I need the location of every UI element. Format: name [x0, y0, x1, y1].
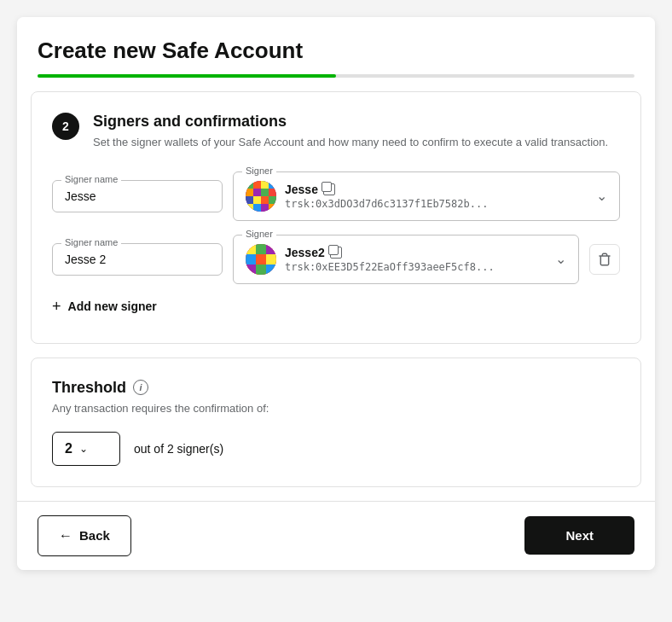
threshold-title: Threshold — [52, 379, 126, 397]
svg-rect-10 — [253, 196, 261, 204]
signers-list: Signer name Jesse Signer — [52, 171, 620, 284]
threshold-suffix: out of 2 signer(s) — [134, 442, 223, 456]
signer-name-input-2[interactable]: Signer name Jesse 2 — [52, 243, 223, 276]
svg-rect-12 — [269, 196, 276, 204]
svg-rect-14 — [253, 204, 261, 212]
svg-rect-11 — [261, 196, 269, 204]
svg-rect-4 — [269, 181, 276, 189]
add-signer-button[interactable]: + Add new signer — [52, 291, 157, 323]
signer-address-2: trsk:0xEE3D5f22EaOff393aeeF5cf8... — [285, 261, 547, 273]
svg-rect-21 — [246, 254, 256, 264]
threshold-select[interactable]: 2 ⌄ — [52, 432, 120, 466]
svg-rect-15 — [261, 204, 269, 212]
section-subtitle: Set the signer wallets of your Safe Acco… — [93, 134, 608, 151]
progress-bar-container — [38, 74, 634, 78]
svg-rect-2 — [253, 181, 261, 189]
svg-rect-6 — [253, 189, 261, 196]
threshold-description: Any transaction requires the confirmatio… — [52, 402, 620, 415]
footer-actions: ← Back Next — [17, 501, 655, 570]
svg-rect-20 — [266, 244, 276, 254]
back-arrow-icon: ← — [59, 528, 72, 544]
svg-rect-24 — [246, 264, 256, 275]
back-button[interactable]: ← Back — [38, 515, 131, 556]
page-header: Create new Safe Account — [17, 17, 655, 78]
section-title: Signers and confirmations — [93, 113, 608, 131]
svg-rect-5 — [246, 189, 253, 196]
add-signer-label: Add new signer — [68, 299, 157, 313]
delete-signer-button[interactable] — [589, 244, 620, 275]
svg-rect-23 — [266, 254, 276, 264]
signer-name-display-1: Jesse — [285, 183, 588, 196]
svg-rect-19 — [256, 244, 266, 254]
signer-dropdown-1[interactable]: Signer — [233, 171, 620, 221]
progress-bar-fill — [38, 74, 336, 78]
copy-icon-2[interactable] — [330, 247, 342, 259]
signer-row: Signer name Jesse Signer — [52, 171, 620, 221]
svg-rect-7 — [261, 189, 269, 196]
signers-card: 2 Signers and confirmations Set the sign… — [31, 91, 641, 344]
signer-name-label-2: Signer name — [61, 237, 121, 247]
signer-name-value-1: Jesse — [65, 189, 96, 203]
signer-name-input-1[interactable]: Signer name Jesse — [52, 180, 223, 212]
svg-rect-9 — [246, 196, 253, 204]
next-button[interactable]: Next — [524, 516, 634, 555]
signer-info-2: Jesse2 trsk:0xEE3D5f22EaOff393aeeF5cf8..… — [285, 246, 547, 273]
signer-name-value-2: Jesse 2 — [65, 253, 106, 266]
avatar-jesse2 — [246, 244, 276, 275]
page-container: Create new Safe Account 2 Signers and co… — [17, 17, 655, 570]
info-icon[interactable]: i — [133, 380, 148, 395]
signer-dropdown-2[interactable]: Signer — [233, 235, 579, 284]
signer-name-label-1: Signer name — [61, 174, 121, 184]
signer-address-1: trsk:0x3dDO3d7d6c3137f1Eb7582b... — [285, 198, 588, 210]
copy-icon-1[interactable] — [323, 183, 335, 195]
svg-rect-13 — [246, 204, 253, 212]
svg-rect-16 — [269, 204, 276, 212]
threshold-chevron-icon: ⌄ — [79, 443, 88, 455]
signer-display-name-1: Jesse — [285, 183, 318, 196]
signer-name-field-1: Signer name Jesse — [52, 180, 223, 212]
signer-row-2: Signer name Jesse 2 Signer — [52, 235, 620, 284]
plus-icon: + — [52, 298, 61, 316]
threshold-card: Threshold i Any transaction requires the… — [31, 358, 641, 487]
svg-rect-18 — [246, 244, 256, 254]
svg-rect-22 — [256, 254, 266, 264]
svg-rect-3 — [261, 181, 269, 189]
threshold-row: 2 ⌄ out of 2 signer(s) — [52, 432, 620, 466]
section-header: 2 Signers and confirmations Set the sign… — [52, 113, 620, 151]
svg-rect-8 — [269, 189, 276, 196]
signer-info-1: Jesse trsk:0x3dDO3d7d6c3137f1Eb7582b... — [285, 183, 588, 210]
signer-dropdown-label-1: Signer — [242, 166, 276, 176]
signer-display-name-2: Jesse2 — [285, 246, 325, 259]
back-label: Back — [79, 528, 110, 543]
svg-rect-26 — [266, 264, 276, 275]
signer-dropdown-label-2: Signer — [242, 229, 276, 239]
page-title: Create new Safe Account — [38, 38, 634, 64]
threshold-header: Threshold i — [52, 379, 620, 397]
svg-rect-25 — [256, 264, 266, 275]
next-label: Next — [565, 528, 594, 543]
svg-rect-1 — [246, 181, 253, 189]
avatar-jesse — [246, 181, 276, 212]
step-badge: 2 — [52, 113, 79, 140]
signer-select-field-1: Signer — [233, 171, 620, 221]
signer-select-field-2: Signer — [233, 235, 579, 284]
section-title-block: Signers and confirmations Set the signer… — [93, 113, 608, 151]
chevron-down-icon-2: ⌄ — [555, 251, 566, 267]
signer-name-display-2: Jesse2 — [285, 246, 547, 259]
threshold-value: 2 — [65, 441, 72, 456]
chevron-down-icon-1: ⌄ — [596, 188, 607, 204]
signer-name-field-2: Signer name Jesse 2 — [52, 243, 223, 276]
